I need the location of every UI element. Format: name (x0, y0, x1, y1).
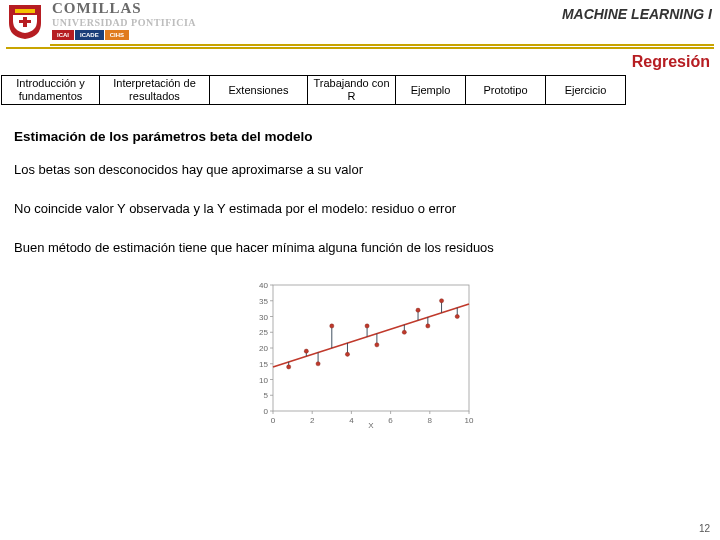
svg-line-35 (273, 304, 469, 367)
tab-interpretacion[interactable]: Interpretación de resultados (100, 75, 210, 105)
course-title: MACHINE LEARNING I (562, 6, 712, 22)
university-name: COMILLAS (52, 0, 142, 16)
svg-text:15: 15 (259, 360, 268, 369)
school-bars: ICAI ICADE CIHS (52, 30, 562, 40)
svg-point-43 (330, 324, 334, 328)
content-subhead: Estimación de los parámetros beta del mo… (14, 129, 706, 144)
svg-text:4: 4 (349, 416, 354, 425)
residuals-chart: 05101520253035400246810X (14, 279, 706, 433)
svg-text:0: 0 (271, 416, 276, 425)
svg-point-47 (365, 324, 369, 328)
svg-text:25: 25 (259, 328, 268, 337)
tab-prototipo[interactable]: Prototipo (466, 75, 546, 105)
svg-point-49 (375, 343, 379, 347)
school-bar: ICADE (75, 30, 104, 40)
svg-text:6: 6 (388, 416, 393, 425)
tab-trabajando-r[interactable]: Trabajando con R (308, 75, 396, 105)
svg-text:20: 20 (259, 344, 268, 353)
svg-text:X: X (368, 421, 374, 429)
school-bar: CIHS (105, 30, 129, 40)
svg-text:8: 8 (428, 416, 433, 425)
divider-top (50, 44, 714, 46)
svg-text:10: 10 (465, 416, 474, 425)
svg-text:0: 0 (264, 407, 269, 416)
section-title: Regresión (0, 49, 720, 75)
svg-point-53 (416, 308, 420, 312)
svg-rect-2 (19, 20, 31, 23)
svg-point-55 (426, 324, 430, 328)
svg-point-39 (304, 349, 308, 353)
university-name-block: COMILLAS UNIVERSIDAD PONTIFICIA ICAI ICA… (52, 0, 562, 40)
content-p1: Los betas son desconocidos hay que aprox… (14, 162, 706, 177)
tab-ejercicio[interactable]: Ejercicio (546, 75, 626, 105)
svg-point-57 (439, 299, 443, 303)
tab-ejemplo[interactable]: Ejemplo (396, 75, 466, 105)
slide-content: Estimación de los parámetros beta del mo… (0, 105, 720, 433)
page-number: 12 (699, 523, 710, 534)
svg-point-41 (316, 362, 320, 366)
svg-point-51 (402, 330, 406, 334)
svg-text:35: 35 (259, 297, 268, 306)
svg-rect-3 (273, 285, 469, 411)
svg-point-37 (287, 365, 291, 369)
school-bar: ICAI (52, 30, 74, 40)
svg-point-45 (345, 352, 349, 356)
svg-rect-0 (15, 9, 35, 13)
content-p3: Buen método de estimación tiene que hace… (14, 240, 706, 255)
tab-extensiones[interactable]: Extensiones (210, 75, 308, 105)
svg-text:10: 10 (259, 376, 268, 385)
university-subtitle: UNIVERSIDAD PONTIFICIA (52, 17, 562, 28)
svg-text:30: 30 (259, 313, 268, 322)
university-shield-icon (4, 0, 46, 42)
content-p2: No coincide valor Y observada y la Y est… (14, 201, 706, 216)
svg-point-59 (455, 314, 459, 318)
svg-text:2: 2 (310, 416, 315, 425)
svg-text:40: 40 (259, 281, 268, 290)
tab-introduccion[interactable]: Introducción y fundamentos (1, 75, 100, 105)
svg-text:5: 5 (264, 391, 269, 400)
tab-bar: Introducción y fundamentos Interpretació… (0, 75, 720, 105)
slide-header: COMILLAS UNIVERSIDAD PONTIFICIA ICAI ICA… (0, 0, 720, 44)
